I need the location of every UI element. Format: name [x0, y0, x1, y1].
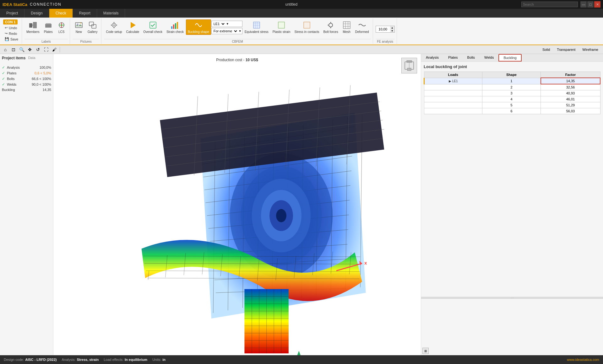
- plates-button[interactable]: Plates: [42, 19, 55, 35]
- table-row[interactable]: 551,29: [424, 102, 600, 108]
- new-picture-icon: +: [74, 21, 83, 29]
- calculate-button[interactable]: Calculate: [124, 19, 141, 35]
- table-row[interactable]: 232,56: [424, 84, 600, 90]
- plastic-strain-label: Plastic strain: [273, 30, 291, 34]
- nav-tab-design[interactable]: Design: [24, 9, 49, 18]
- gallery-button[interactable]: Gallery: [86, 19, 100, 35]
- table-cell-factor: 14,35: [541, 78, 600, 84]
- zoom-icon: 🔍: [19, 47, 24, 52]
- paint-button[interactable]: 🖌: [51, 46, 58, 53]
- undo-button[interactable]: ↩ Undo: [3, 25, 20, 30]
- rotate-button[interactable]: ↺: [35, 46, 41, 53]
- check-plates: ✓ Plates 0,6 < 5,0%: [2, 70, 51, 76]
- nav-tab-report[interactable]: Report: [73, 9, 97, 18]
- nav-tab-materials[interactable]: Materials: [97, 9, 125, 18]
- fe-spin-input[interactable]: 10,00 ▲ ▼: [376, 26, 395, 33]
- paint-icon: 🖌: [52, 47, 57, 52]
- new-picture-label: New: [76, 30, 82, 34]
- svg-rect-1: [33, 22, 37, 28]
- right-tab-buckling[interactable]: Buckling: [498, 54, 522, 62]
- zoom-button[interactable]: 🔍: [18, 46, 25, 53]
- svg-rect-30: [278, 22, 285, 28]
- members-label: Members: [26, 30, 40, 34]
- statusbar: Design code: AISC - LRFD (2022) Analysis…: [0, 355, 603, 364]
- close-button[interactable]: ✕: [594, 1, 600, 8]
- col-header-loads: Loads: [424, 72, 482, 78]
- code-setup-button[interactable]: Code setup: [104, 19, 124, 35]
- right-tab-plates[interactable]: Plates: [443, 54, 463, 62]
- save-label: Save: [10, 37, 18, 41]
- lcs-icon: [57, 21, 66, 29]
- fullscreen-button[interactable]: ⛶: [43, 46, 50, 53]
- table-row[interactable]: 656,03: [424, 108, 600, 114]
- members-icon: [29, 21, 37, 29]
- right-tab-welds[interactable]: Welds: [480, 54, 498, 62]
- spin-up[interactable]: ▲: [390, 26, 394, 29]
- nav-tab-project[interactable]: Project: [0, 9, 24, 18]
- le1-select[interactable]: LE1: [212, 22, 225, 26]
- zoom-fit-button[interactable]: ⊡: [10, 46, 17, 53]
- view-solid-button[interactable]: Solid: [540, 47, 553, 52]
- extreme-dropdown[interactable]: For extreme ▼: [211, 28, 242, 34]
- nav-tab-check[interactable]: Check: [49, 9, 73, 18]
- lcs-button[interactable]: LCS: [55, 19, 68, 35]
- gallery-label: Gallery: [88, 30, 98, 34]
- ribbon-fe-group: 10,00 ▲ ▼ FE analysis: [374, 18, 397, 44]
- toolbar-separator: [60, 47, 60, 52]
- redo-button[interactable]: ↪ Redo: [3, 31, 20, 36]
- pan-button[interactable]: ✥: [26, 46, 33, 53]
- expand-lower-button[interactable]: ⊞: [422, 348, 429, 354]
- equivalent-stress-icon: [252, 21, 261, 29]
- plastic-strain-button[interactable]: Plastic strain: [271, 19, 292, 35]
- main-nav: Project Design Check Report Materials: [0, 9, 603, 18]
- production-cost: Production cost - 10 US$: [216, 58, 258, 62]
- view-wireframe-button[interactable]: Wireframe: [579, 47, 601, 52]
- units-value: in: [162, 358, 166, 361]
- svg-point-74: [276, 209, 286, 222]
- overall-check-button[interactable]: Overall check: [141, 19, 164, 35]
- right-panel: Analysis Plates Bolts Welds Buckling Loc…: [421, 54, 603, 355]
- maximize-button[interactable]: □: [587, 1, 594, 8]
- viewport[interactable]: Production cost - 10 US$: [53, 54, 421, 355]
- members-button[interactable]: Members: [24, 19, 41, 35]
- structure-3d-view: x: [53, 54, 421, 355]
- table-cell-factor: 56,03: [541, 108, 600, 114]
- equivalent-stress-button[interactable]: Equivalent stress: [243, 19, 270, 35]
- app-name: CONNECTION: [30, 2, 62, 7]
- view-transparent-button[interactable]: Transparent: [554, 47, 578, 52]
- cbfem-group-label: CBFEM: [104, 39, 371, 44]
- minimize-button[interactable]: —: [580, 1, 587, 8]
- con-badge[interactable]: CON 1: [3, 19, 18, 24]
- save-button[interactable]: 💾 Save: [3, 36, 20, 42]
- stress-contacts-button[interactable]: Stress in contacts: [293, 19, 321, 35]
- right-tab-bolts[interactable]: Bolts: [463, 54, 480, 62]
- ribbon-members-group: Members Plates LCS Labels: [23, 18, 70, 44]
- svg-rect-12: [92, 24, 96, 28]
- table-row[interactable]: ▶ LE1114,35: [424, 78, 600, 84]
- new-picture-button[interactable]: + New: [73, 19, 85, 35]
- bolt-forces-button[interactable]: Bolt forces: [321, 19, 340, 35]
- check-plates-icon: ✓: [2, 71, 5, 75]
- check-welds-label: Welds: [7, 83, 30, 86]
- spin-down[interactable]: ▼: [390, 29, 394, 32]
- code-setup-icon: [110, 21, 118, 29]
- buckling-shape-button[interactable]: Buckling shape: [186, 19, 211, 35]
- table-row[interactable]: 340,93: [424, 90, 600, 96]
- right-tab-analysis[interactable]: Analysis: [421, 54, 443, 62]
- svg-rect-31: [304, 22, 310, 28]
- deformed-button[interactable]: Deformed: [353, 19, 371, 35]
- table-row[interactable]: 446,01: [424, 96, 600, 102]
- check-analysis-icon: ✓: [2, 65, 5, 70]
- extreme-select[interactable]: For extreme: [212, 29, 238, 33]
- ribbon-pictures-group: + New Gallery Pictures: [71, 18, 102, 44]
- le1-dropdown[interactable]: LE1 ▼: [211, 21, 242, 27]
- home-button[interactable]: ⌂: [2, 46, 9, 53]
- mesh-button[interactable]: Mesh: [340, 19, 353, 35]
- production-cost-label: Production cost -: [216, 58, 244, 62]
- titlebar-search[interactable]: [521, 2, 578, 7]
- strain-check-button[interactable]: Strain check: [165, 19, 186, 35]
- fe-spin-value[interactable]: 10,00: [376, 27, 390, 31]
- titlebar-left: IDEA StatiCa CONNECTION: [3, 2, 62, 7]
- undo-icon: ↩: [5, 26, 8, 30]
- undo-group: ↩ Undo ↪ Redo 💾 Save: [3, 25, 20, 42]
